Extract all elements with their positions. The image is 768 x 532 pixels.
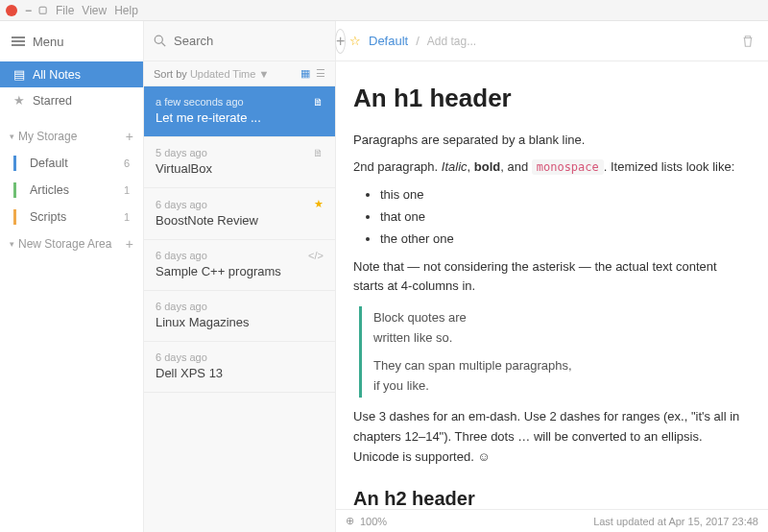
note-item[interactable]: 5 days ago🗎VirtualBox — [144, 137, 335, 188]
folder-breadcrumb[interactable]: Default — [369, 34, 408, 48]
note-time: 6 days ago — [156, 199, 207, 210]
hamburger-icon — [12, 36, 25, 46]
menu-label: Menu — [33, 35, 64, 49]
grid-view-icon[interactable]: ▦ — [300, 67, 310, 80]
storage2-section[interactable]: ▾ New Storage Area + — [0, 230, 143, 257]
sort-bar[interactable]: Sort by Updated Time ▼ ▦ ☰ — [144, 61, 335, 86]
note-title: Dell XPS 13 — [156, 366, 324, 380]
menu-toggle[interactable]: Menu — [0, 21, 143, 61]
note-title: VirtualBox — [156, 161, 324, 176]
folder-count: 1 — [124, 211, 130, 223]
note-title: Sample C++ programs — [156, 264, 324, 278]
add-folder-button[interactable]: + — [126, 129, 133, 144]
note-title: BoostNote Review — [156, 213, 324, 228]
sort-value: Updated Time ▼ — [190, 68, 269, 80]
folder-color-icon — [13, 156, 16, 171]
content-header: ☆ Default / Add tag... — [336, 21, 768, 61]
search-icon — [154, 35, 166, 47]
list-item: this one — [380, 185, 741, 206]
paragraph: Note that — not considering the asterisk… — [353, 257, 741, 298]
folder-color-icon — [13, 182, 16, 198]
chevron-down-icon: ▾ — [10, 239, 14, 249]
storage-label: My Storage — [18, 130, 77, 143]
note-title: Linux Magazines — [156, 315, 324, 329]
chevron-down-icon: ▾ — [10, 132, 14, 141]
folder-count: 6 — [124, 157, 130, 169]
list-view-icon[interactable]: ☰ — [316, 67, 325, 80]
h2: An h2 header — [353, 483, 741, 509]
note-time: 6 days ago — [156, 250, 207, 261]
list-item: the other one — [380, 230, 741, 250]
trash-icon[interactable] — [741, 35, 755, 48]
window-minimize-button[interactable]: − — [25, 4, 32, 17]
svg-point-0 — [155, 36, 162, 43]
all-notes-label: All Notes — [33, 68, 81, 82]
folder-default[interactable]: Default 6 — [0, 150, 143, 177]
note-type-icon: ★ — [314, 198, 324, 210]
unordered-list: this one that one the other one — [380, 185, 741, 249]
sidebar-starred[interactable]: ★ Starred — [0, 87, 143, 113]
note-type-icon: </> — [308, 250, 324, 261]
menu-view[interactable]: View — [82, 4, 107, 17]
menu-file[interactable]: File — [56, 4, 74, 17]
note-item[interactable]: 6 days ago</>Sample C++ programs — [144, 240, 335, 291]
folder-label: Scripts — [30, 210, 66, 224]
note-list: + Sort by Updated Time ▼ ▦ ☰ a few secon… — [144, 21, 336, 532]
menu-help[interactable]: Help — [114, 4, 138, 17]
content-pane: ☆ Default / Add tag... An h1 header Para… — [336, 21, 768, 532]
svg-line-1 — [162, 43, 166, 47]
note-time: a few seconds ago — [156, 96, 244, 108]
list-item: that one — [380, 207, 741, 228]
note-time: 5 days ago — [156, 147, 207, 158]
folder-scripts[interactable]: Scripts 1 — [0, 204, 143, 230]
note-item[interactable]: 6 days agoLinux Magazines — [144, 291, 335, 342]
folder-label: Default — [30, 157, 68, 170]
note-item[interactable]: 6 days ago★BoostNote Review — [144, 188, 335, 240]
note-item[interactable]: a few seconds ago🗎Let me re-iterate ... — [144, 86, 335, 137]
storage2-label: New Storage Area — [18, 237, 111, 251]
window-maximize-button[interactable]: ▢ — [38, 6, 49, 14]
note-type-icon: 🗎 — [313, 96, 324, 108]
paragraph: 2nd paragraph. Italic, bold, and monospa… — [353, 157, 741, 178]
zoom-icon[interactable]: ⊕ — [346, 515, 354, 527]
add-tag-input[interactable]: Add tag... — [427, 35, 476, 48]
blockquote: Block quotes are written like so. They c… — [359, 306, 741, 398]
folder-count: 1 — [124, 184, 130, 196]
folder-articles[interactable]: Articles 1 — [0, 177, 143, 204]
h1: An h1 header — [353, 79, 741, 119]
folder-color-icon — [13, 209, 16, 225]
storage-section[interactable]: ▾ My Storage + — [0, 123, 143, 150]
add-folder-button[interactable]: + — [126, 236, 133, 252]
titlebar: − ▢ File View Help — [0, 0, 768, 21]
window-close-button[interactable] — [6, 5, 17, 16]
folder-label: Articles — [30, 183, 69, 197]
notes-icon: ▤ — [13, 67, 25, 82]
star-icon: ★ — [13, 93, 25, 108]
sidebar: Menu ▤ All Notes ★ Starred ▾ My Storage … — [0, 21, 144, 532]
note-time: 6 days ago — [156, 301, 207, 312]
note-time: 6 days ago — [156, 351, 207, 363]
zoom-value[interactable]: 100% — [360, 516, 387, 527]
paragraph: Paragraphs are separated by a blank line… — [353, 131, 741, 151]
status-bar: ⊕ 100% Last updated at Apr 15, 2017 23:4… — [336, 509, 768, 532]
last-updated: Last updated at Apr 15, 2017 23:48 — [593, 516, 758, 527]
sort-label: Sort by — [154, 68, 187, 80]
starred-label: Starred — [33, 94, 72, 108]
sidebar-all-notes[interactable]: ▤ All Notes — [0, 61, 143, 87]
note-type-icon: 🗎 — [313, 147, 324, 158]
note-title: Let me re-iterate ... — [156, 110, 324, 125]
note-item[interactable]: 6 days agoDell XPS 13 — [144, 342, 335, 393]
star-icon[interactable]: ☆ — [349, 34, 361, 48]
paragraph: Use 3 dashes for an em-dash. Use 2 dashe… — [353, 407, 741, 467]
search-input[interactable] — [174, 34, 335, 48]
note-body[interactable]: An h1 header Paragraphs are separated by… — [336, 61, 768, 509]
